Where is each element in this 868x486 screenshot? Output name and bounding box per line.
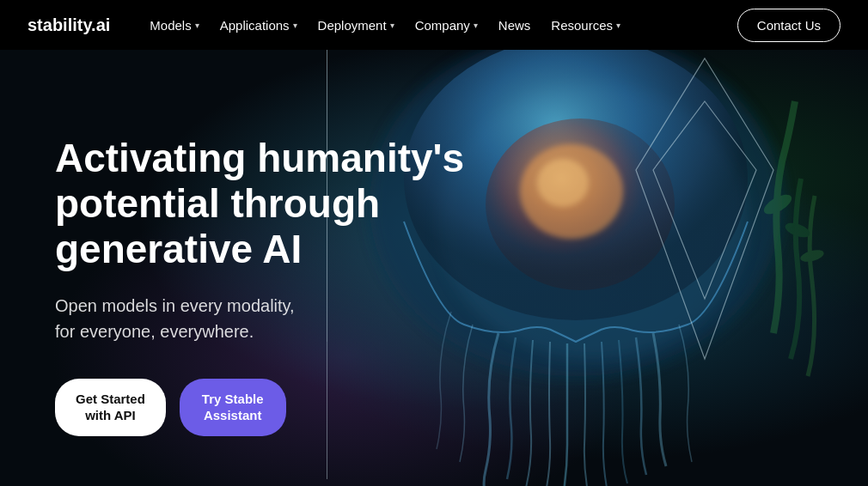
hero-subtitle-text: Open models in every modality,for everyo… [55, 296, 295, 341]
nav-label-deployment: Deployment [318, 18, 387, 33]
chevron-down-icon: ▾ [195, 21, 199, 30]
nav-item-company[interactable]: Company ▾ [406, 11, 486, 39]
chevron-down-icon: ▾ [474, 21, 478, 30]
nav-label-company: Company [415, 18, 470, 33]
nav-label-models: Models [150, 18, 191, 33]
nav-item-deployment[interactable]: Deployment ▾ [309, 11, 403, 39]
try-stable-assistant-button[interactable]: Try StableAssistant [180, 379, 286, 436]
chevron-down-icon: ▾ [616, 21, 620, 30]
hero-title: Activating humanity's potential through … [55, 136, 502, 272]
nav-item-news[interactable]: News [490, 11, 540, 39]
chevron-down-icon: ▾ [390, 21, 394, 30]
contact-button[interactable]: Contact Us [737, 9, 840, 42]
nav-links: Models ▾ Applications ▾ Deployment ▾ Com… [141, 11, 629, 39]
nav-item-models[interactable]: Models ▾ [141, 11, 207, 39]
nav-item-resources[interactable]: Resources ▾ [542, 11, 629, 39]
chevron-down-icon: ▾ [293, 21, 297, 30]
hero-section: Activating humanity's potential through … [0, 50, 868, 486]
navbar-left: stability.ai Models ▾ Applications ▾ Dep… [28, 11, 629, 39]
logo[interactable]: stability.ai [28, 15, 110, 35]
hero-buttons: Get Startedwith API Try StableAssistant [55, 379, 502, 436]
hero-content: Activating humanity's potential through … [55, 136, 502, 436]
hero-subtitle: Open models in every modality,for everyo… [55, 293, 502, 344]
svg-point-6 [537, 159, 589, 207]
nav-label-news: News [498, 18, 531, 33]
get-started-api-button[interactable]: Get Startedwith API [55, 379, 166, 436]
navbar: stability.ai Models ▾ Applications ▾ Dep… [0, 0, 868, 50]
nav-item-applications[interactable]: Applications ▾ [211, 11, 306, 39]
nav-label-applications: Applications [220, 18, 290, 33]
nav-label-resources: Resources [551, 18, 613, 33]
